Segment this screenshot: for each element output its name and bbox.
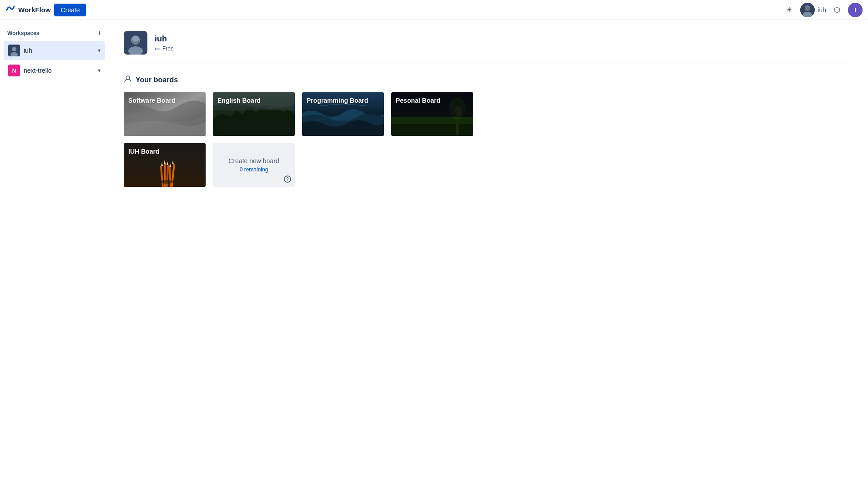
- chevron-down-icon: ▾: [98, 47, 101, 54]
- logo-icon: [5, 4, 15, 16]
- workspace-name-next-trello: next-trello: [24, 67, 51, 74]
- navbar: WorkFlow Create ☀ iuh ⬡ i: [0, 0, 868, 20]
- board-title-english: English Board: [217, 97, 261, 104]
- svg-text:N: N: [12, 68, 16, 74]
- user-menu[interactable]: iuh: [800, 3, 826, 17]
- plan-label: Free: [162, 45, 174, 52]
- boards-title: Your boards: [136, 76, 178, 84]
- plan-icon: ▭: [155, 45, 160, 52]
- board-title-personal: Pesonal Board: [396, 97, 440, 104]
- board-card-programming[interactable]: Programming Board: [302, 92, 384, 136]
- profile-info: iuh ▭ Free: [155, 34, 174, 52]
- user-avatar-nav: [800, 3, 815, 17]
- workspaces-header: Workspaces +: [4, 27, 105, 39]
- main-content: iuh ▭ Free Your boards: [109, 20, 868, 491]
- theme-icon: ☀: [786, 5, 792, 14]
- board-card-english[interactable]: English Board: [213, 92, 295, 136]
- workspace-name-iuh: iuh: [24, 47, 32, 54]
- workspace-avatar-iuh: [8, 45, 20, 56]
- svg-rect-3: [805, 7, 810, 11]
- app-logo[interactable]: WorkFlow: [5, 4, 50, 16]
- profile-header: iuh ▭ Free: [124, 31, 853, 64]
- svg-text:i: i: [854, 7, 856, 14]
- board-title-iuh: IUH Board: [128, 148, 159, 155]
- workspace-item-left: iuh: [8, 45, 32, 56]
- notifications-button[interactable]: ⬡: [830, 3, 844, 17]
- boards-grid: Software Board: [124, 92, 853, 187]
- navbar-left: WorkFlow Create: [5, 4, 86, 16]
- theme-toggle-button[interactable]: ☀: [782, 3, 797, 17]
- workspace-avatar-next-trello: N: [8, 65, 20, 76]
- create-button[interactable]: Create: [54, 4, 86, 16]
- navbar-right: ☀ iuh ⬡ i: [782, 3, 863, 17]
- create-board-card[interactable]: Create new board 0 remaining ?: [213, 143, 295, 187]
- profile-name: iuh: [155, 34, 174, 44]
- board-title-software: Software Board: [128, 97, 175, 104]
- board-card-software[interactable]: Software Board: [124, 92, 206, 136]
- profile-avatar: [124, 31, 147, 55]
- create-board-label: Create new board: [228, 157, 279, 165]
- svg-point-7: [12, 47, 16, 51]
- user-avatar-circle[interactable]: i: [848, 3, 863, 17]
- board-card-personal[interactable]: Pesonal Board: [391, 92, 473, 136]
- svg-point-39: [159, 180, 175, 184]
- workspace-item-iuh[interactable]: iuh ▾: [4, 41, 105, 60]
- nav-username: iuh: [818, 6, 826, 14]
- svg-point-15: [132, 36, 139, 42]
- board-card-iuh[interactable]: IUH Board: [124, 143, 206, 187]
- profile-plan: ▭ Free: [155, 45, 174, 52]
- add-workspace-button[interactable]: +: [97, 29, 101, 37]
- workspace-item-next-trello[interactable]: N next-trello ▾: [4, 61, 105, 80]
- help-icon[interactable]: ?: [284, 175, 291, 184]
- svg-rect-22: [391, 124, 473, 136]
- sidebar: Workspaces + iuh ▾: [0, 20, 109, 491]
- svg-rect-26: [391, 92, 473, 117]
- boards-section-title: Your boards: [124, 75, 853, 85]
- app-layout: Workspaces + iuh ▾: [0, 0, 868, 491]
- svg-point-2: [803, 12, 812, 17]
- workspaces-title: Workspaces: [7, 30, 39, 36]
- chevron-right-icon: ▾: [98, 67, 101, 74]
- person-icon: [124, 75, 132, 85]
- workspace-item-left-2: N next-trello: [8, 65, 51, 76]
- create-board-remaining: 0 remaining: [240, 166, 268, 173]
- svg-text:?: ?: [286, 177, 289, 182]
- bell-icon: ⬡: [834, 5, 840, 14]
- board-title-programming: Programming Board: [307, 97, 368, 104]
- app-name: WorkFlow: [18, 6, 50, 14]
